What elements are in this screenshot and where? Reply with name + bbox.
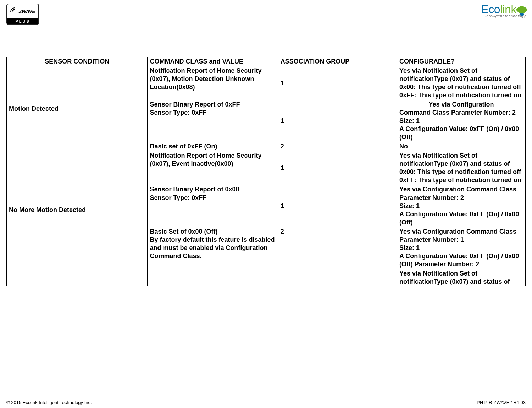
cell-cfg: Yes via Configuration Command ClassParam… xyxy=(397,185,525,227)
sensor-condition-table: SENSOR CONDITION COMMAND CLASS and VALUE… xyxy=(6,57,526,286)
footer-part-number: PN PIR-ZWAVE2 R1.03 xyxy=(477,400,526,405)
cell-cmd: Notification Report of Home Security (0x… xyxy=(148,151,278,185)
page-footer: © 2015 Ecolink Intelligent Technology In… xyxy=(0,399,532,405)
wave-icon xyxy=(10,7,18,15)
cell-group: 1 xyxy=(278,100,397,142)
footer-copyright: © 2015 Ecolink Intelligent Technology In… xyxy=(6,400,92,405)
zwave-word: WAVE xyxy=(22,9,35,14)
cell-cfg: No xyxy=(397,142,525,151)
cell-group xyxy=(278,269,397,286)
cell-group: 2 xyxy=(278,142,397,151)
cell-cfg: Yes via Configuration Command Class Para… xyxy=(397,100,525,142)
cell-sensor-condition xyxy=(7,269,148,286)
table-row: Motion Detected Notification Report of H… xyxy=(7,66,526,100)
cell-group: 1 xyxy=(278,185,397,227)
cell-cfg: Yes via Notification Set of notification… xyxy=(397,66,525,100)
cell-cmd: Basic Set of 0x00 (Off)By factory defaul… xyxy=(148,227,278,269)
table-header-row: SENSOR CONDITION COMMAND CLASS and VALUE… xyxy=(7,57,526,66)
cell-sensor-condition: No More Motion Detected xyxy=(7,151,148,269)
cell-cmd: Sensor Binary Report of 0x00Sensor Type:… xyxy=(148,185,278,227)
table-row-cutoff: Yes via Notification Set of notification… xyxy=(7,269,526,286)
table-row: No More Motion Detected Notification Rep… xyxy=(7,151,526,185)
cell-group: 2 xyxy=(278,227,397,269)
col-command-class: COMMAND CLASS and VALUE xyxy=(148,57,278,66)
cell-cfg: Yes via Notification Set of notification… xyxy=(397,269,525,286)
cfg-first-line: Yes via Configuration xyxy=(399,100,523,109)
cell-sensor-condition: Motion Detected xyxy=(7,66,148,151)
cell-cmd xyxy=(148,269,278,286)
zwave-plus-logo: ZWAVE PLUS xyxy=(6,4,39,25)
cell-group: 1 xyxy=(278,66,397,100)
col-association-group: ASSOCIATION GROUP xyxy=(278,57,397,66)
ecolink-logo: Ecolink intelligent technology xyxy=(481,4,526,18)
col-configurable: CONFIGURABLE? xyxy=(397,57,525,66)
cell-cmd: Notification Report of Home Security (0x… xyxy=(148,66,278,100)
cell-group: 1 xyxy=(278,151,397,185)
ecolink-tagline: intelligent technology xyxy=(481,14,526,18)
cell-cmd: Sensor Binary Report of 0xFFSensor Type:… xyxy=(148,100,278,142)
col-sensor-condition: SENSOR CONDITION xyxy=(7,57,148,66)
cfg-rest: Command Class Parameter Number: 2Size: 1… xyxy=(399,109,519,141)
cell-cmd: Basic set of 0xFF (On) xyxy=(148,142,278,151)
zwave-plus-label: PLUS xyxy=(7,18,38,24)
cell-cfg: Yes via Notification Set of notification… xyxy=(397,151,525,185)
cell-cfg: Yes via Configuration Command ClassParam… xyxy=(397,227,525,269)
